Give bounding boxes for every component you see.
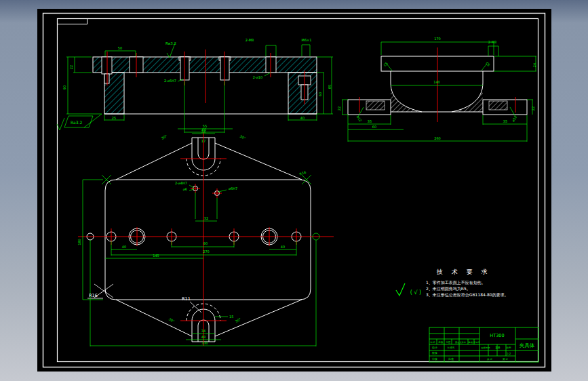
roughness-label-other: Ra3.2	[71, 120, 82, 125]
technical-requirement-item: 2、未注明圆角均为R5。	[426, 285, 545, 292]
dim-label: 处数	[439, 340, 444, 344]
dim-label: 24	[532, 63, 536, 67]
dim-label: 34	[201, 329, 205, 333]
dim-label: 22	[69, 65, 73, 69]
dim-label: 批准	[448, 357, 454, 361]
dim-label: 2-M8	[246, 38, 254, 42]
dim-label: 60	[372, 125, 376, 129]
cad-canvas: ( √ ) HT300 夹具体 9022502540Ra3.2Ra3.22-⌀6…	[0, 0, 588, 381]
dim-label: 2-⌀4H7	[175, 181, 187, 185]
other-roughness-text: ( √ )	[410, 289, 421, 296]
dim-label: 35	[503, 119, 507, 123]
dim-label: 标准化	[447, 346, 455, 349]
dim-label: 1:2	[507, 352, 511, 355]
dim-label: 2-⌀10	[253, 75, 262, 79]
dim-label: 40	[281, 245, 285, 249]
dim-label: 55	[203, 124, 207, 128]
dim-label: 第 张	[503, 358, 509, 361]
cad-application-viewport: { "colors": { "outline": "#ffffff", "dim…	[0, 0, 588, 381]
part-name-cell: 夹具体	[520, 342, 535, 348]
dim-label: 标记	[430, 341, 436, 344]
dim-label: 85	[328, 85, 332, 89]
technical-requirement-item: 1、零件加工表面上不应有划伤。	[426, 279, 545, 285]
dim-label: 170	[434, 37, 441, 41]
dim-label: 48	[201, 335, 205, 339]
dim-label: 重量	[496, 346, 501, 349]
dim-label: 180	[77, 239, 81, 245]
dim-label: 34	[201, 129, 205, 134]
dim-label: 330	[201, 341, 208, 345]
dim-label: 更改文件号	[455, 341, 467, 344]
dim-label: 25	[112, 116, 116, 120]
technical-requirements-title: 技 术 要 求	[426, 268, 545, 277]
dim-label: 35	[368, 119, 372, 123]
radius-label-r11: R11	[182, 296, 191, 302]
dim-label: 22	[337, 106, 341, 111]
dim-label: 90	[62, 85, 66, 89]
dim-label: 145	[153, 254, 159, 258]
dim-label: 40	[122, 245, 126, 249]
technical-requirements: 技 术 要 求 1、零件加工表面上不应有划伤。 2、未注明圆角均为R5。 3、未…	[426, 268, 545, 298]
dim-label: 年月日	[473, 341, 480, 344]
dim-label: 15	[229, 315, 233, 319]
dim-label: 50	[118, 46, 122, 50]
dim-label: 审核	[432, 357, 437, 361]
dim-label: 分区	[446, 341, 452, 344]
dim-label: ⌀6H7	[229, 186, 237, 190]
dim-label: 32	[204, 216, 208, 220]
dim-label: 签名	[469, 341, 473, 344]
material-cell: HT300	[490, 333, 504, 338]
dim-label: 2-⌀6H7	[164, 79, 176, 83]
dim-label: 260	[434, 136, 441, 140]
dim-label: 比例	[507, 346, 512, 349]
dim-label: 60	[318, 92, 322, 96]
dim-label: 17	[201, 139, 205, 143]
radius-label-r16: R16	[89, 293, 98, 298]
dim-label: 2-M8	[488, 40, 496, 44]
dim-label: 40	[300, 116, 305, 120]
roughness-label-top: Ra3.2	[165, 41, 176, 45]
dim-label: 校核	[431, 351, 437, 355]
dim-label: 140	[433, 80, 440, 84]
dim-label: M6×1	[302, 38, 312, 42]
dim-label: 共 张	[487, 358, 493, 361]
dim-label: 阶段标记	[482, 346, 491, 349]
technical-requirement-item: 3、未注形位公差应符合GB1184-80的要求。	[426, 292, 545, 298]
dim-label: 设计	[432, 346, 437, 349]
dim-label: 90	[203, 241, 208, 245]
top-plate-section	[93, 57, 317, 73]
dim-label: ⌀6	[183, 187, 187, 191]
dim-label: 22	[531, 106, 535, 111]
dim-label: 270	[203, 249, 210, 254]
